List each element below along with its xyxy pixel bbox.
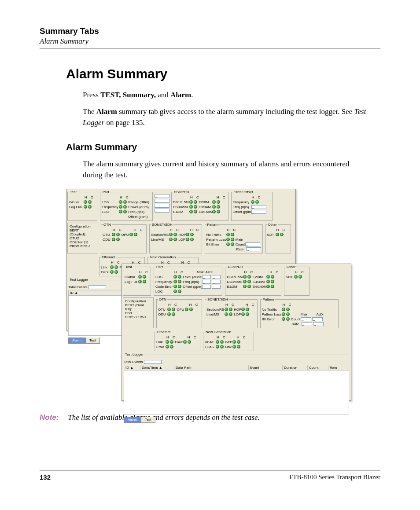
lbl-lcas: LCAS (205, 345, 215, 349)
tab-alarm[interactable]: Alarm (124, 417, 141, 423)
tab-test[interactable]: Test (85, 338, 100, 344)
lbl-e2: E2/8M (199, 200, 212, 205)
group-legend: Ethernet (101, 255, 116, 259)
value-field[interactable]: -- (212, 285, 221, 289)
tab-test[interactable]: Test (141, 417, 155, 423)
page-footer: 132 FTB-8100 Series Transport Blazer (40, 470, 380, 481)
col-id[interactable]: ID ▲ (69, 290, 122, 295)
col-datetime[interactable]: Date/Time ▲ (140, 365, 174, 370)
value-field[interactable]: -- (155, 194, 169, 198)
lbl-odu: ODU (103, 237, 111, 242)
lbl-notraffic: No Traffic (206, 232, 226, 237)
led-icon (266, 285, 270, 288)
group-legend: DSn/PDH (173, 190, 190, 194)
group-legend: SONET/SDH (206, 297, 229, 301)
col-event[interactable]: Event (249, 365, 283, 370)
lbl-main: Main (197, 270, 204, 275)
led-icon (110, 265, 114, 269)
hc-header: H C (281, 302, 293, 307)
value-field[interactable]: -- (202, 280, 211, 284)
group-client-offset: Client Offset H C Frequency Freq (bps) -… (231, 190, 273, 221)
value-field[interactable]: -- (302, 322, 312, 326)
hc-header: H C (294, 270, 305, 275)
led-icon (237, 340, 240, 344)
group-other: Other H C SDT (284, 265, 309, 296)
hc-header: H C (110, 260, 121, 265)
value-field[interactable]: -- (301, 317, 311, 321)
col-id[interactable]: ID ▲ (124, 365, 140, 370)
led-icon (216, 345, 219, 349)
col-rate[interactable]: Rate (328, 365, 349, 370)
lbl-level: Level (dBdsx) (183, 275, 202, 279)
total-events-field[interactable] (88, 285, 106, 289)
led-icon (188, 340, 191, 344)
lbl-error: Error (156, 345, 165, 349)
led-icon (231, 242, 234, 246)
lbl-otu: OTU (103, 232, 111, 237)
value-field[interactable]: -- (245, 242, 260, 246)
led-icon (229, 308, 232, 311)
group-nextgen: Next Generation H CH C VCAT GFP LCAS Lin… (203, 330, 254, 351)
value-field[interactable]: -- (212, 275, 221, 279)
value-field[interactable]: -- (155, 204, 169, 208)
group-otn: OTN H CH C OTU OPU ODU (101, 223, 147, 253)
led-icon (271, 275, 274, 279)
sort-icon: ▲ (74, 291, 78, 295)
value-field[interactable]: -- (313, 322, 324, 326)
value-field[interactable]: -- (202, 275, 211, 279)
lbl-e4: E4/140M (199, 209, 212, 214)
alarm-summary-window-b: Test H C Global Log Full Port H C Main A… (122, 264, 351, 401)
sub-para: The alarm summary gives current and hist… (66, 158, 367, 181)
text-bold: TEST, Summary, (100, 91, 156, 99)
led-icon (212, 205, 216, 209)
value-field[interactable]: -- (202, 285, 211, 289)
group-legend: Other (267, 223, 278, 227)
lbl-e2: E2/8M (253, 275, 266, 279)
led-icon (88, 205, 92, 209)
group-legend: Port (155, 265, 164, 269)
led-icon (116, 238, 120, 241)
header-title: Summary Tabs (40, 26, 380, 36)
led-icon (276, 233, 279, 236)
value-field[interactable]: -- (212, 280, 221, 284)
lbl-freqbps: Freq (bps) (183, 279, 202, 284)
col-count[interactable]: Count (308, 365, 328, 370)
text: summary tab gives access to the alarm su… (117, 107, 354, 116)
led-icon (217, 200, 220, 204)
led-icon (231, 238, 234, 241)
value-field[interactable]: -- (155, 209, 169, 213)
lbl-freqbps: Freq (bps) (233, 205, 251, 209)
logger-table-b: ID ▲ Date/Time ▲ Data Path Event Duratio… (124, 365, 349, 371)
col-duration[interactable]: Duration (283, 365, 308, 370)
col-datapath[interactable]: Data Path (174, 365, 249, 370)
group-configuration: Configuration BERT (Dual RX): DS3 PRBS 2… (123, 297, 154, 328)
total-events-field[interactable] (144, 360, 162, 364)
led-icon (173, 275, 177, 279)
led-icon (231, 233, 234, 236)
tab-alarm[interactable]: Alarm (68, 338, 85, 344)
value-field[interactable]: -- (155, 199, 169, 203)
led-icon (178, 290, 181, 293)
value-field[interactable]: -- (246, 247, 261, 251)
value-field[interactable]: -- (251, 210, 266, 214)
lbl-link: Link (156, 340, 165, 345)
group-configuration: Configuration BERT (Coupled): OTU2 ODU1e… (67, 223, 98, 253)
led-icon (172, 312, 175, 316)
led-icon (217, 210, 220, 213)
group-legend: OTN (103, 223, 112, 227)
value-field[interactable]: -- (312, 317, 323, 321)
hc-header: H C (244, 302, 256, 307)
led-icon (119, 200, 122, 204)
led-icon (88, 200, 92, 204)
led-icon (294, 275, 298, 279)
led-icon (112, 238, 115, 241)
led-icon (114, 270, 118, 274)
lbl-link: Link (225, 345, 232, 349)
lbl-freq: Frequency (233, 200, 251, 205)
text-bold: Alarm (170, 91, 191, 99)
led-icon (190, 238, 194, 241)
led-icon (119, 205, 122, 209)
value-field[interactable]: -- (251, 205, 266, 209)
led-icon (282, 312, 285, 316)
logger-body[interactable] (124, 371, 349, 415)
